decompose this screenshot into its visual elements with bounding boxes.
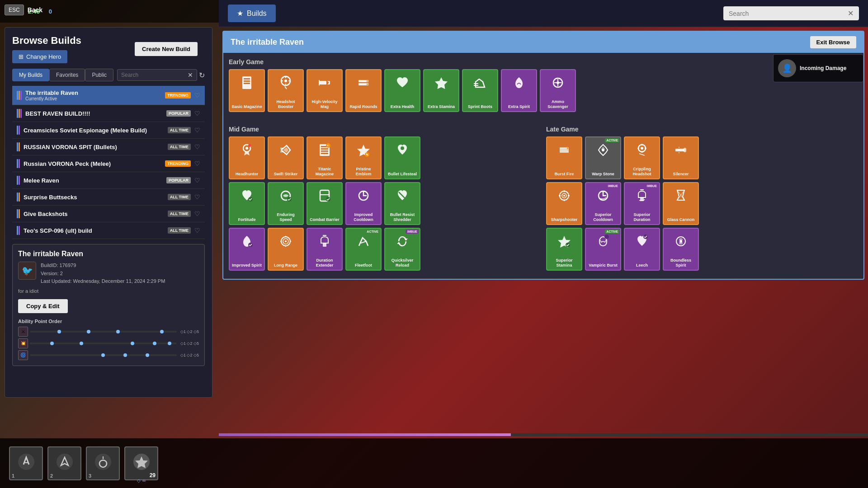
card-pristine-emblem[interactable]: ✎ Pristine Emblem (345, 136, 382, 179)
card-icon (470, 73, 490, 93)
heart-button[interactable]: ♡ (194, 193, 200, 201)
build-list-item[interactable]: Give Backshots ALL TIME ♡ (12, 206, 205, 222)
card-icon (593, 231, 613, 251)
card-label: Headhunter (236, 172, 258, 177)
svg-point-9 (284, 80, 287, 82)
card-titanic-magazine[interactable]: + Titanic Magazine (307, 136, 343, 179)
heart-button[interactable]: ♡ (194, 227, 200, 234)
copy-edit-button[interactable]: Copy & Edit (18, 299, 68, 313)
color-bars (17, 109, 22, 118)
esc-area: ESC Back (5, 5, 42, 15)
build-list-item[interactable]: Melee Raven POPULAR ♡ (12, 172, 205, 189)
heart-button[interactable]: ♡ (194, 143, 200, 150)
change-hero-button[interactable]: ⊞ Change Hero (12, 50, 67, 63)
build-list-item[interactable]: Sneak around, then frag out POPULAR ♡ (12, 239, 205, 239)
svg-point-74 (563, 195, 565, 197)
card-long-range[interactable]: Long Range (268, 228, 304, 271)
svg-rect-3 (244, 83, 250, 84)
card-leech[interactable]: Leech (624, 228, 660, 271)
card-fleetfoot[interactable]: ACTIVE Fleetfoot (345, 228, 382, 271)
build-list-item[interactable]: BEST RAVEN BUILD!!!! POPULAR ♡ (12, 105, 205, 122)
create-new-button[interactable]: Create New Build (135, 42, 198, 56)
ability-track-1 (30, 331, 177, 333)
tab-public[interactable]: Public (85, 69, 113, 81)
build-list-item[interactable]: Russian VORONA Peck (Melee) TRENDING ♡ (12, 155, 205, 172)
svg-point-26 (248, 144, 251, 147)
card-bullet-resist-shredder[interactable]: Bullet Resist Shredder (384, 182, 420, 225)
card-sharpshooter[interactable]: Sharpshooter (546, 182, 582, 225)
card-superior-cooldown[interactable]: IMBUE Superior Cooldown (585, 182, 621, 225)
build-list-item[interactable]: The irritable Raven Currently Active TRE… (12, 86, 205, 105)
build-badge: POPULAR (166, 177, 191, 183)
top-search-clear-button[interactable]: ✕ (848, 9, 854, 18)
build-list-item[interactable]: RUSSIAN VORONA SPIT (Bullets) ALL TIME ♡ (12, 139, 205, 155)
card-boundless-spirit[interactable]: Boundless Spirit (663, 228, 699, 271)
ability-slot-ult[interactable]: 29 ◇ ∞ (124, 446, 158, 480)
card-fortitude[interactable]: Fortitude (229, 182, 265, 225)
card-bullet-lifesteal[interactable]: Bullet Lifesteal (384, 136, 420, 179)
card-rapid-rounds[interactable]: Rapid Rounds (345, 69, 382, 112)
build-item-name: RUSSIAN VORONA SPIT (Bullets) (24, 144, 164, 150)
back-button[interactable]: Back (28, 6, 42, 14)
ability-slot-1[interactable]: 1 (9, 446, 43, 480)
card-extra-stamina[interactable]: Extra Stamina (423, 69, 459, 112)
card-crippling-headshot[interactable]: Crippling Headshot (624, 136, 660, 179)
exit-browse-button[interactable]: Exit Browse (810, 36, 856, 48)
card-swift-striker[interactable]: Swift Striker (268, 136, 304, 179)
tab-favorites[interactable]: Favorites (49, 69, 85, 81)
top-search-input[interactable] (729, 10, 848, 17)
heart-button[interactable]: ♡ (194, 92, 200, 99)
card-improved-cooldown[interactable]: Improved Cooldown (345, 182, 382, 225)
card-headshot-booster[interactable]: Headshot Booster (268, 69, 304, 112)
card-label: Glass Cannon (667, 217, 695, 222)
heart-button[interactable]: ♡ (194, 127, 200, 134)
heart-button[interactable]: ♡ (194, 210, 200, 217)
card-high-velocity-mag[interactable]: High-Velocity Mag (307, 69, 343, 112)
color-bars (17, 226, 20, 235)
card-basic-magazine[interactable]: Basic Magazine (229, 69, 265, 112)
search-clear-button[interactable]: ✕ (188, 71, 193, 79)
card-quicksilver-reload[interactable]: IMBUE Quicksilver Reload (384, 228, 420, 271)
card-label: Improved Cooldown (348, 212, 379, 222)
heart-button[interactable]: ♡ (194, 110, 200, 117)
card-improved-spirit[interactable]: Improved Spirit (229, 228, 265, 271)
svg-point-67 (641, 147, 643, 150)
refresh-button[interactable]: ↻ (199, 71, 205, 80)
card-duration-extender[interactable]: Duration Extender (307, 228, 343, 271)
card-ammo-scavenger[interactable]: Ammo Scavenger (540, 69, 576, 112)
build-badge: TRENDING (165, 92, 191, 99)
build-list-item[interactable]: Surprise Buttsecks ALL TIME ♡ (12, 189, 205, 206)
card-superior-duration[interactable]: IMBUE Superior Duration (624, 182, 660, 225)
card-icon (431, 73, 451, 93)
card-label: Enduring Speed (270, 212, 301, 222)
card-headhunter[interactable]: Headhunter (229, 136, 265, 179)
esc-button[interactable]: ESC (5, 5, 24, 15)
svg-text:+: + (327, 144, 329, 147)
build-list-item[interactable]: Creamsicles Soviet Espionage (Melee Buil… (12, 122, 205, 139)
build-list-item[interactable]: Teo's SCP-096 (ult) build ALL TIME ♡ (12, 222, 205, 239)
card-silencer[interactable]: Silencer (663, 136, 699, 179)
heart-button[interactable]: ♡ (194, 160, 200, 167)
build-item-sub: Currently Active (25, 96, 161, 101)
card-combat-barrier[interactable]: Combat Barrier (307, 182, 343, 225)
ability-slot-2[interactable]: 2 (47, 446, 81, 480)
heart-button[interactable]: ♡ (194, 177, 200, 184)
card-label: Fortitude (238, 217, 256, 222)
card-icon (632, 186, 652, 206)
card-glass-cannon[interactable]: Glass Cannon (663, 182, 699, 225)
ability-slot-3[interactable]: 3 (86, 446, 120, 480)
builds-tab[interactable]: ★ Builds (228, 5, 276, 22)
card-vampiric-burst[interactable]: ACTIVE Vampiric Burst (585, 228, 621, 271)
card-label: Improved Spirit (232, 263, 262, 268)
card-warp-stone[interactable]: ACTIVE Warp Stone (585, 136, 621, 179)
card-extra-spirit[interactable]: Extra Spirit (501, 69, 537, 112)
card-icon: ✎ (354, 140, 373, 160)
card-extra-health[interactable]: Extra Health (384, 69, 420, 112)
card-enduring-speed[interactable]: Enduring Speed (268, 182, 304, 225)
tab-my-builds[interactable]: My Builds (12, 69, 49, 81)
card-burst-fire[interactable]: Burst Fire (546, 136, 582, 179)
card-superior-stamina[interactable]: Superior Stamina (546, 228, 582, 271)
card-sprint-boots[interactable]: Sprint Boots (462, 69, 498, 112)
build-search-input[interactable] (121, 72, 188, 78)
build-badge: ALL TIME (168, 194, 191, 200)
